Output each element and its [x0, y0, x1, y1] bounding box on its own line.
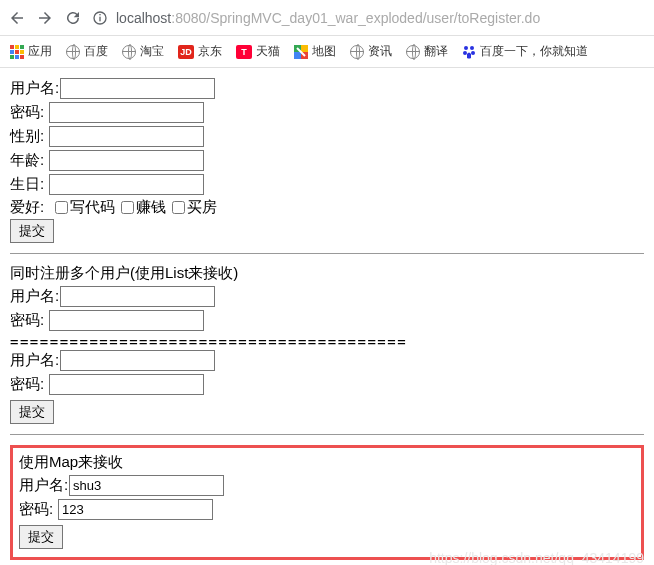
taobao-bookmark[interactable]: 淘宝: [122, 43, 164, 60]
username-label: 用户名:: [10, 287, 60, 306]
list-password-input-1[interactable]: [49, 310, 204, 331]
tmall-icon: T: [236, 45, 252, 59]
svg-rect-4: [301, 45, 308, 52]
svg-rect-2: [99, 14, 100, 15]
baidu-hp-bookmark[interactable]: 百度一下，你就知道: [462, 43, 588, 60]
username-input[interactable]: [60, 78, 215, 99]
forward-button[interactable]: [36, 9, 54, 27]
news-bookmark[interactable]: 资讯: [350, 43, 392, 60]
birthday-input[interactable]: [49, 174, 204, 195]
form-basic: 用户名: 密码: 性别: 年龄: 生日: 爱好: 写代码 赚钱 买房 提交: [10, 78, 644, 243]
info-icon: [92, 10, 108, 26]
apps-bookmark[interactable]: 应用: [10, 43, 52, 60]
apps-icon: [10, 45, 24, 59]
gender-label: 性别:: [10, 127, 49, 146]
url-text: localhost:8080/SpringMVC_day01_war_explo…: [116, 10, 540, 26]
hobby-checkbox-money[interactable]: [121, 201, 134, 214]
submit-button[interactable]: 提交: [10, 400, 54, 424]
browser-toolbar: localhost:8080/SpringMVC_day01_war_explo…: [0, 0, 654, 36]
hobby3-label: 买房: [187, 198, 217, 217]
bookmarks-bar: 应用 百度 淘宝 JD京东 T天猫 地图 资讯 翻译 百度一下，你就知道: [0, 36, 654, 68]
username-label: 用户名:: [19, 476, 69, 495]
globe-icon: [122, 45, 136, 59]
password-label: 密码:: [19, 500, 58, 519]
submit-button[interactable]: 提交: [19, 525, 63, 549]
svg-point-7: [464, 46, 468, 50]
hobby-label: 爱好:: [10, 198, 49, 217]
password-label: 密码:: [10, 375, 49, 394]
list-password-input-2[interactable]: [49, 374, 204, 395]
submit-button[interactable]: 提交: [10, 219, 54, 243]
svg-rect-5: [294, 52, 301, 59]
separator-text: ========================================: [10, 334, 644, 350]
username-label: 用户名:: [10, 351, 60, 370]
hobby-checkbox-code[interactable]: [55, 201, 68, 214]
back-button[interactable]: [8, 9, 26, 27]
page-content: 用户名: 密码: 性别: 年龄: 生日: 爱好: 写代码 赚钱 买房 提交 同时…: [0, 68, 654, 565]
username-label: 用户名:: [10, 79, 60, 98]
form-list-title: 同时注册多个用户(使用List来接收): [10, 264, 644, 283]
map-password-input[interactable]: [58, 499, 213, 520]
address-bar[interactable]: localhost:8080/SpringMVC_day01_war_explo…: [92, 10, 646, 26]
form-map-title: 使用Map来接收: [19, 453, 635, 472]
tmall-bookmark[interactable]: T天猫: [236, 43, 280, 60]
translate-bookmark[interactable]: 翻译: [406, 43, 448, 60]
reload-button[interactable]: [64, 9, 82, 27]
password-label: 密码:: [10, 311, 49, 330]
hobby-checkbox-house[interactable]: [172, 201, 185, 214]
jd-bookmark[interactable]: JD京东: [178, 43, 222, 60]
password-label: 密码:: [10, 103, 49, 122]
divider: [10, 253, 644, 254]
form-list: 同时注册多个用户(使用List来接收) 用户名: 密码: ===========…: [10, 264, 644, 424]
age-input[interactable]: [49, 150, 204, 171]
baidu-icon: [462, 45, 476, 59]
apps-label: 应用: [28, 43, 52, 60]
svg-rect-1: [99, 16, 100, 21]
svg-point-9: [463, 51, 467, 55]
age-label: 年龄:: [10, 151, 49, 170]
svg-point-8: [470, 46, 474, 50]
list-username-input-2[interactable]: [60, 350, 215, 371]
list-username-input-1[interactable]: [60, 286, 215, 307]
globe-icon: [66, 45, 80, 59]
globe-icon: [406, 45, 420, 59]
divider: [10, 434, 644, 435]
birthday-label: 生日:: [10, 175, 49, 194]
map-icon: [294, 45, 308, 59]
gender-input[interactable]: [49, 126, 204, 147]
baidu-bookmark[interactable]: 百度: [66, 43, 108, 60]
jd-icon: JD: [178, 45, 194, 59]
map-username-input[interactable]: [69, 475, 224, 496]
password-input[interactable]: [49, 102, 204, 123]
hobby2-label: 赚钱: [136, 198, 166, 217]
svg-point-10: [471, 51, 475, 55]
form-map-highlighted: 使用Map来接收 用户名: 密码: 提交: [10, 445, 644, 560]
map-bookmark[interactable]: 地图: [294, 43, 336, 60]
hobby1-label: 写代码: [70, 198, 115, 217]
globe-icon: [350, 45, 364, 59]
